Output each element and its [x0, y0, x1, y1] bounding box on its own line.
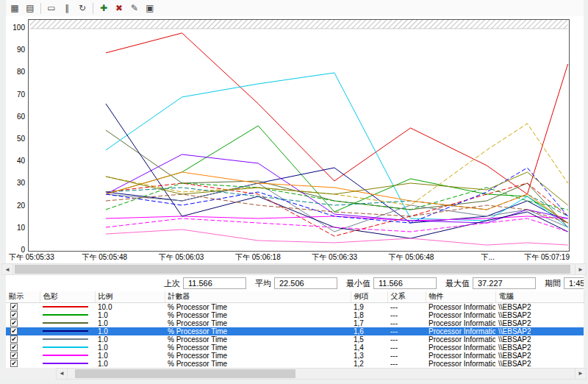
- scroll-right-button[interactable]: ►: [575, 263, 587, 275]
- header-show[interactable]: 顯示: [6, 291, 40, 302]
- header-instance[interactable]: 例項: [351, 291, 387, 302]
- x-tick-label: 下午 05:06:33: [312, 252, 357, 263]
- color-swatch: [43, 346, 88, 348]
- counter-line-16: [106, 172, 568, 223]
- freeze-display-icon[interactable]: ∥: [60, 1, 74, 15]
- show-cell: ✔: [6, 344, 40, 352]
- counter-table: 顯示 色彩 比例 計數器 例項 父系 物件 電腦 ✔10.0% Processo…: [6, 291, 584, 368]
- scale-cell: 10.0: [95, 302, 165, 311]
- table-scroll-right-button[interactable]: ►: [575, 368, 587, 380]
- parent-cell: ---: [387, 352, 426, 360]
- show-checkbox[interactable]: ✔: [10, 360, 18, 367]
- color-cell: [40, 360, 95, 368]
- counter-row[interactable]: ✔1.0% Processor Time1,4---Processor Info…: [6, 344, 584, 352]
- header-counter[interactable]: 計數器: [165, 291, 351, 302]
- chart-panel: 1009080706050403020100 下午 05:05:33下午 05:…: [6, 16, 584, 263]
- object-cell: Processor Information: [426, 319, 495, 327]
- highlight-icon[interactable]: ✎: [127, 1, 142, 15]
- scale-cell: 1.0: [95, 344, 165, 352]
- color-cell: [40, 352, 95, 360]
- parent-cell: ---: [387, 311, 426, 319]
- show-checkbox[interactable]: ✔: [10, 352, 18, 359]
- y-tick-label: 10: [6, 224, 25, 232]
- delete-counter-icon[interactable]: ✖: [112, 1, 126, 15]
- view-chart-icon[interactable]: ▦: [7, 1, 22, 15]
- object-cell: Processor Information: [426, 344, 495, 352]
- maximum-value: 37.227: [473, 277, 536, 289]
- chart-horizontal-scrollbar[interactable]: ◄ ►: [1, 263, 587, 275]
- instance-cell: 1,4: [351, 344, 387, 352]
- show-checkbox[interactable]: ✔: [10, 327, 18, 335]
- x-axis-labels: 下午 05:05:33下午 05:05:48下午 05:06:03下午 05:0…: [28, 252, 584, 263]
- counter-cell: % Processor Time: [165, 327, 351, 335]
- instance-cell: 1,3: [351, 352, 387, 360]
- maximum-label: 最大值: [445, 278, 470, 289]
- y-tick-label: 50: [6, 135, 25, 143]
- y-tick-label: 100: [6, 24, 25, 32]
- y-tick-label: 40: [6, 157, 25, 165]
- update-data-icon[interactable]: ↻: [75, 1, 90, 15]
- clear-display-icon[interactable]: ▭: [44, 1, 59, 15]
- show-checkbox[interactable]: ✔: [10, 303, 18, 310]
- duration-label: 期間: [545, 278, 561, 289]
- computer-cell: \\EBSAP2: [495, 319, 584, 327]
- table-scroll-thumb[interactable]: [75, 369, 295, 378]
- color-cell: [40, 319, 95, 327]
- color-swatch: [43, 338, 88, 340]
- scale-cell: 1.0: [95, 311, 165, 319]
- series-layer: [106, 33, 568, 245]
- counter-row[interactable]: ✔1.0% Processor Time1,5---Processor Info…: [6, 335, 584, 344]
- instance-cell: 1,2: [351, 360, 387, 368]
- last-label: 上次: [164, 278, 180, 289]
- show-checkbox[interactable]: ✔: [10, 319, 18, 327]
- y-tick-label: 30: [6, 179, 25, 187]
- object-cell: Processor Information: [426, 360, 495, 368]
- scroll-left-button[interactable]: ◄: [1, 263, 13, 275]
- performance-line-chart[interactable]: [28, 19, 570, 252]
- counter-row[interactable]: ✔10.0% Processor Time1,9---Processor Inf…: [6, 302, 584, 311]
- counter-table-header: 顯示 色彩 比例 計數器 例項 父系 物件 電腦: [6, 291, 584, 302]
- counter-row[interactable]: ✔1.0% Processor Time1,7---Processor Info…: [6, 319, 584, 327]
- show-checkbox[interactable]: ✔: [10, 311, 18, 319]
- properties-icon[interactable]: ▣: [143, 1, 157, 15]
- counter-row[interactable]: ✔1.0% Processor Time1,2---Processor Info…: [6, 360, 584, 368]
- counter-line-1,3: [106, 216, 568, 221]
- y-tick-label: 60: [6, 113, 25, 121]
- header-parent[interactable]: 父系: [387, 291, 426, 302]
- counter-cell: % Processor Time: [165, 360, 351, 368]
- y-tick-label: 70: [6, 90, 25, 99]
- add-counter-icon[interactable]: ✚: [96, 1, 111, 15]
- last-value: 11.566: [183, 277, 246, 289]
- counter-line-1,5: [106, 183, 568, 232]
- duration-value: 1:45: [564, 277, 584, 289]
- show-cell: ✔: [6, 352, 40, 360]
- counter-line-1,7: [106, 130, 568, 227]
- counter-line-1,2: [106, 154, 568, 223]
- color-cell: [40, 311, 95, 319]
- table-scroll-track[interactable]: [68, 368, 575, 380]
- color-cell: [40, 344, 95, 352]
- view-report-icon[interactable]: ▤: [23, 1, 37, 15]
- show-cell: ✔: [6, 327, 40, 335]
- header-computer[interactable]: 電腦: [495, 291, 584, 302]
- counter-row[interactable]: ✔1.0% Processor Time1,8---Processor Info…: [6, 311, 584, 319]
- instance-cell: 1,5: [351, 335, 387, 344]
- scroll-thumb[interactable]: [15, 265, 570, 274]
- show-checkbox[interactable]: ✔: [10, 335, 18, 343]
- header-color[interactable]: 色彩: [40, 291, 95, 302]
- scroll-track[interactable]: [13, 263, 575, 275]
- table-scroll-left-button[interactable]: ◄: [56, 368, 68, 380]
- show-checkbox[interactable]: ✔: [10, 344, 18, 351]
- counter-row[interactable]: ✔1.0% Processor Time1,6---Processor Info…: [6, 327, 584, 335]
- counter-row[interactable]: ✔1.0% Processor Time1,3---Processor Info…: [6, 352, 584, 360]
- object-cell: Processor Information: [426, 335, 495, 344]
- header-object[interactable]: 物件: [426, 291, 495, 302]
- header-scale[interactable]: 比例: [95, 291, 165, 302]
- table-horizontal-scrollbar[interactable]: ◄ ►: [1, 368, 587, 380]
- show-cell: ✔: [6, 360, 40, 368]
- computer-cell: \\EBSAP2: [495, 335, 584, 344]
- counter-line-18: [106, 194, 568, 223]
- parent-cell: ---: [387, 319, 426, 327]
- x-tick-label: 下...: [481, 252, 495, 263]
- minimum-value: 11.566: [373, 277, 437, 289]
